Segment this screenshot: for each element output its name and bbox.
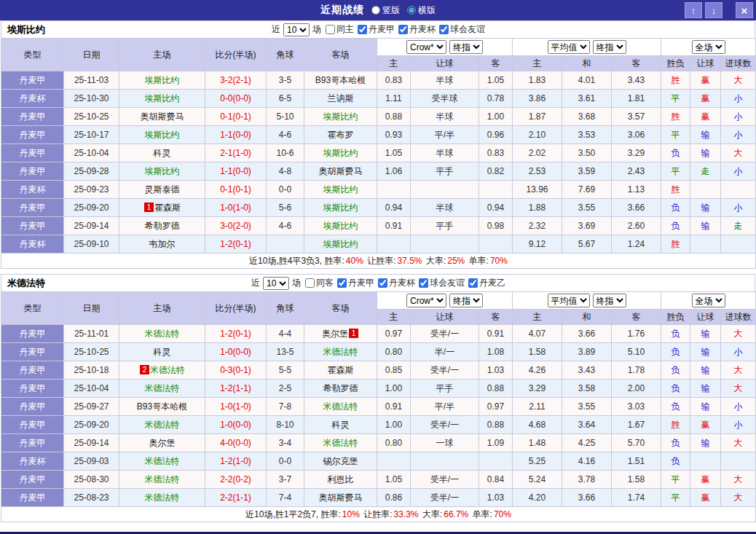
asia-odds-group: Crow*终指 [377,292,513,310]
same-venue-checkbox[interactable]: 同客 [305,277,334,289]
europe-draw-odds: 3.66 [562,489,612,507]
league-checkbox-0[interactable]: 丹麦甲 [337,277,374,289]
home-team: 奥尔堡 [119,434,205,452]
section-header: 埃斯比约近10场同主丹麦甲丹麦杯球会友谊 [1,20,755,38]
away-team: 米德法特 [304,343,377,361]
period-select[interactable]: 全场 [692,294,725,307]
league-checkbox-2[interactable]: 球会友谊 [439,23,485,36]
asia-time-select[interactable]: 终指 [449,40,483,54]
league-checkbox-1-input[interactable] [398,25,408,34]
asia-handicap: 平手 [411,217,479,235]
match-row: 丹麦甲25-10-04米德法特1-2(1-1)2-5希勒罗德1.00平手0.88… [1,380,756,398]
league-checkbox-1-input[interactable] [378,278,387,288]
asia-handicap: 受半/一 [411,361,479,380]
europe-home-odds: 13.96 [513,181,562,199]
layout-radio-vertical-input[interactable] [371,6,380,15]
europe-time-select[interactable]: 终指 [593,40,626,54]
odds-source-select[interactable]: Crow* [406,294,446,307]
europe-avg-select[interactable]: 平均值 [548,40,590,54]
europe-away-odds: 5.10 [612,343,661,361]
europe-avg-select[interactable]: 平均值 [548,294,590,307]
scroll-down-button[interactable]: ↓ [705,2,722,18]
league-checkbox-2[interactable]: 球会友谊 [419,277,465,289]
europe-time-select[interactable]: 终指 [593,294,626,307]
away-team-name: 兰讷斯 [328,93,354,103]
layout-radio-vertical-label: 竖版 [382,4,400,17]
col-header: 角球 [267,39,304,71]
match-row: 丹麦杯25-09-03米德法特1-2(1-0)0-0锡尔克堡5.254.161.… [1,452,756,471]
score: 0-1(0-1) [205,108,267,126]
asia-home-odds: 0.83 [377,71,411,90]
corner-score: 7-8 [267,398,304,416]
league-checkbox-2-input[interactable] [419,278,428,288]
home-team-name: 科灵 [154,347,171,357]
league-type: 丹麦甲 [1,471,64,489]
summary-row: 近10场,胜4平3负3, 胜率:40% 让胜率:37.5% 大率:25% 单率:… [1,254,756,269]
result: 负 [661,361,690,380]
away-team-name: 奥尔堡 [322,329,348,339]
match-date: 25-10-30 [64,90,119,108]
europe-home-odds: 3.29 [513,380,562,398]
layout-radio-horizontal-label: 横版 [418,4,436,17]
summary-text: 37.5% [398,256,422,266]
odds-source-select[interactable]: Crow* [406,40,446,54]
asia-home-odds: 0.88 [377,108,411,126]
close-button[interactable]: × [736,2,753,18]
match-count-select[interactable]: 10 [283,23,310,36]
team-name: 米德法特 [1,277,45,290]
league-checkbox-1[interactable]: 丹麦杯 [378,277,415,289]
scroll-up-button[interactable]: ↑ [685,2,702,18]
league-checkbox-0[interactable]: 丹麦甲 [358,23,395,36]
home-team: 奥胡斯费马 [119,108,205,126]
sections-container: 埃斯比约近10场同主丹麦甲丹麦杯球会友谊类型日期主场比分(半场)角球客场Crow… [0,20,756,522]
period-select[interactable]: 全场 [692,40,725,54]
asia-home-odds: 0.93 [377,126,411,144]
europe-home-odds: 4.26 [513,361,562,380]
match-date: 25-09-28 [64,162,119,181]
score: 2-2(0-2) [205,471,267,489]
layout-radio-vertical[interactable]: 竖版 [371,4,400,17]
match-date: 25-09-23 [64,181,119,199]
away-team: 奥胡斯费马 [304,489,377,507]
corner-score: 13-5 [267,343,304,361]
asia-time-select[interactable]: 终指 [449,294,483,307]
same-venue-checkbox-input[interactable] [305,278,315,288]
away-team: B93哥本哈根 [304,71,377,90]
asia-away-odds: 1.03 [479,489,513,507]
layout-radio-horizontal[interactable]: 横版 [407,4,436,17]
filter-controls: 近10场同客丹麦甲丹麦杯球会友谊丹麦乙 [251,277,505,290]
away-team-name: 埃斯比约 [323,239,358,249]
goals-result [721,452,756,471]
same-venue-checkbox-input[interactable] [326,25,335,34]
europe-away-odds: 1.78 [612,361,661,380]
asia-handicap: 受半/一 [411,471,479,489]
match-count-select[interactable]: 10 [263,277,289,290]
match-row: 丹麦甲25-09-20米德法特1-0(0-0)8-10科灵1.00受半/一0.8… [1,416,756,434]
league-checkbox-1[interactable]: 丹麦杯 [398,23,436,36]
handicap-result: 输 [690,380,721,398]
away-team-name: 埃斯比约 [323,184,358,195]
match-row: 丹麦甲25-08-23米德法特2-2(1-1)7-4奥胡斯费马0.86受半/一1… [1,489,756,507]
col-header: 进球数 [721,56,756,71]
section-summary: 近10场,胜1平2负7, 胜率:10% 让胜率:33.3% 大率:66.7% 单… [1,507,756,522]
league-type: 丹麦杯 [1,235,64,254]
home-team: 米德法特 [119,380,205,398]
league-checkbox-0-input[interactable] [358,25,367,34]
league-checkbox-3[interactable]: 丹麦乙 [468,277,505,289]
league-type: 丹麦甲 [1,199,64,217]
corner-score: 8-10 [267,416,304,434]
handicap-result: 赢 [690,471,721,489]
layout-radio-horizontal-input[interactable] [407,6,416,15]
europe-home-odds: 4.07 [513,325,562,343]
league-checkbox-0-input[interactable] [337,278,347,288]
away-team: 埃斯比约 [304,108,377,126]
asia-handicap: 平/半 [411,398,479,416]
europe-home-odds: 2.11 [513,398,562,416]
asia-handicap: 受半/一 [411,489,479,507]
same-venue-checkbox[interactable]: 同主 [326,23,354,36]
summary-text: 66.7% [444,509,468,519]
league-checkbox-2-input[interactable] [439,25,449,34]
header-row-groups: 类型日期主场比分(半场)角球客场Crow*终指平均值终指全场 [1,292,756,310]
league-type: 丹麦甲 [1,162,64,181]
league-checkbox-3-input[interactable] [468,278,478,288]
